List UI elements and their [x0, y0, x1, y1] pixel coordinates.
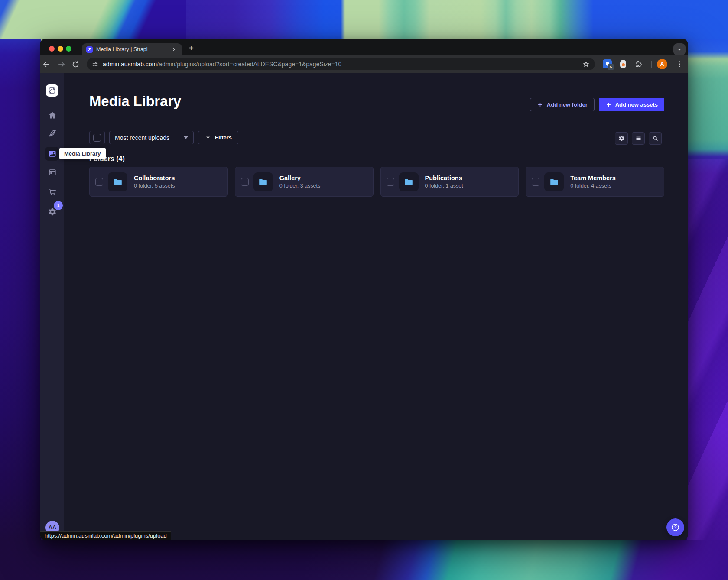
media-library-tooltip: Media Library [59, 148, 106, 159]
bookmark-star-icon[interactable] [582, 61, 590, 68]
help-button[interactable] [666, 518, 684, 536]
extension-badge: 5 [608, 64, 614, 70]
strapi-admin: 1 AA Media Library Add new folder Add ne… [40, 73, 688, 540]
folder-icon [549, 177, 559, 187]
folder-card[interactable]: Gallery 0 folder, 3 assets [235, 167, 374, 197]
sidebar: 1 AA [40, 73, 64, 540]
folder-tile [108, 172, 127, 191]
wallpaper-right [687, 39, 728, 540]
folder-grid: Collaborators 0 folder, 5 assets Gallery… [89, 167, 664, 197]
cog-icon [618, 135, 625, 142]
folder-checkbox[interactable] [387, 178, 394, 186]
browser-toolbar: admin.ausmlab.com/admin/plugins/upload?s… [40, 55, 688, 73]
folder-name: Collaborators [134, 175, 175, 181]
home-icon [48, 111, 57, 120]
browser-menu-icon[interactable] [676, 60, 683, 68]
cart-icon [48, 188, 57, 196]
extensions-puzzle-icon[interactable] [634, 60, 642, 68]
forward-icon[interactable] [57, 60, 65, 68]
sort-select[interactable]: Most recent uploads [109, 131, 194, 144]
folder-tile [399, 172, 419, 191]
browser-tab[interactable]: Media Library | Strapi [82, 43, 182, 55]
sidebar-item-content-type-builder[interactable] [40, 125, 64, 142]
reload-icon[interactable] [72, 60, 80, 68]
status-url-tooltip: https://admin.ausmlab.com/admin/plugins/… [40, 531, 171, 540]
site-info-icon[interactable] [92, 61, 98, 68]
new-tab-button[interactable]: + [186, 43, 196, 53]
list-view-button[interactable] [632, 132, 645, 145]
select-all-checkbox[interactable] [89, 131, 105, 144]
sidebar-divider-bottom [40, 515, 64, 515]
folder-meta: 0 folder, 5 assets [134, 183, 175, 189]
media-library-icon [48, 149, 57, 158]
tab-search-button[interactable] [673, 43, 686, 55]
folder-checkbox[interactable] [241, 178, 249, 186]
desktop-wallpaper: Media Library | Strapi + admin.ausmlab.c… [0, 0, 728, 580]
folder-card[interactable]: Collaborators 0 folder, 5 assets [89, 167, 228, 197]
folder-checkbox[interactable] [95, 178, 103, 186]
browser-window: Media Library | Strapi + admin.ausmlab.c… [40, 39, 688, 540]
checkbox[interactable] [93, 134, 101, 142]
sidebar-item-marketplace[interactable] [40, 183, 64, 201]
filters-button[interactable]: Filters [198, 131, 238, 144]
sidebar-item-home[interactable] [40, 107, 64, 124]
folder-icon [258, 177, 268, 187]
folder-icon [404, 177, 413, 187]
address-bar[interactable]: admin.ausmlab.com/admin/plugins/upload?s… [87, 58, 595, 70]
folder-card[interactable]: Publications 0 folder, 1 asset [380, 167, 519, 197]
sidebar-divider-top [40, 103, 64, 103]
tab-strip: Media Library | Strapi + [40, 39, 688, 55]
feather-icon [48, 129, 57, 138]
folder-icon [113, 177, 123, 187]
folder-tile [254, 172, 273, 191]
folder-card[interactable]: Team Members 0 folder, 4 assets [526, 167, 664, 197]
sidebar-item-content-manager[interactable] [40, 164, 64, 181]
header-actions: Add new folder Add new assets [530, 98, 664, 111]
page-title: Media Library [89, 93, 181, 110]
notification-badge: 1 [54, 201, 63, 210]
filter-icon [205, 134, 211, 141]
plus-icon [605, 101, 612, 108]
panel-icon [48, 168, 57, 177]
toolbar-separator [651, 61, 652, 68]
list-controls: Most recent uploads Filters [89, 131, 238, 144]
url-text: admin.ausmlab.com/admin/plugins/upload?s… [103, 61, 341, 68]
plus-icon [537, 101, 543, 108]
strapi-favicon [86, 46, 93, 53]
folder-checkbox[interactable] [532, 178, 540, 186]
search-button[interactable] [649, 132, 662, 145]
fullscreen-window-button[interactable] [66, 46, 72, 52]
list-icon [635, 135, 642, 142]
minimize-window-button[interactable] [58, 46, 63, 52]
folder-name: Gallery [280, 175, 321, 181]
folder-name: Team Members [570, 175, 616, 181]
add-new-assets-button[interactable]: Add new assets [599, 98, 664, 111]
folder-meta: 0 folder, 1 asset [425, 183, 463, 189]
folder-tile [544, 172, 564, 191]
view-options [615, 132, 662, 145]
question-icon [671, 523, 680, 532]
search-icon [652, 135, 659, 142]
strapi-logo[interactable] [46, 84, 58, 97]
close-window-button[interactable] [49, 46, 55, 52]
wallpaper-top-left [0, 0, 186, 42]
tab-title: Media Library | Strapi [96, 46, 172, 52]
folder-name: Publications [425, 175, 463, 181]
back-icon[interactable] [42, 60, 51, 68]
view-settings-button[interactable] [615, 132, 628, 145]
wallpaper-left [0, 39, 41, 540]
wallpaper-bottom [0, 540, 728, 580]
folder-meta: 0 folder, 4 assets [570, 183, 616, 189]
folder-meta: 0 folder, 3 assets [280, 183, 321, 189]
add-new-folder-button[interactable]: Add new folder [530, 98, 595, 111]
tab-close-icon[interactable] [172, 47, 177, 52]
browser-profile-avatar[interactable]: A [657, 59, 667, 69]
chevron-down-icon [184, 136, 188, 139]
extension-icon[interactable] [620, 60, 626, 68]
